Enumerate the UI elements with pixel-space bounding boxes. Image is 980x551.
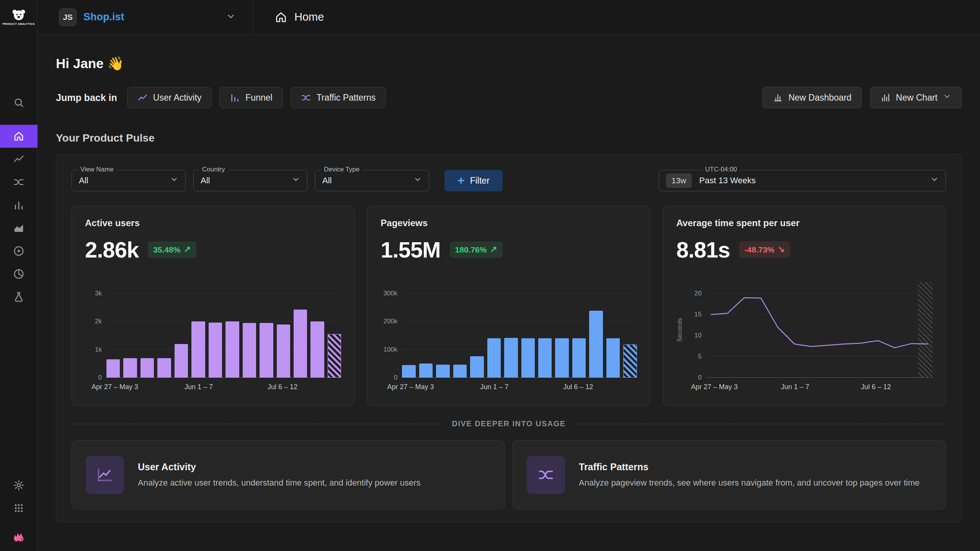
sidebar-item-paths[interactable] xyxy=(0,171,38,194)
bar xyxy=(538,338,552,378)
project-badge: JS xyxy=(59,8,77,26)
greeting: Hi Jane 👋 xyxy=(56,56,962,72)
bar xyxy=(453,365,467,378)
filter-row: View Name All Country All xyxy=(72,170,946,191)
delta-badge: 180.76%↗ xyxy=(450,241,503,258)
bar xyxy=(175,344,188,378)
metrics-row: Active users 2.86k 35.48%↗ 01k2k3k Apr 2… xyxy=(72,206,946,406)
sidebar-settings-button[interactable] xyxy=(0,474,38,497)
pill-label: Funnel xyxy=(245,93,272,103)
bar xyxy=(310,321,324,378)
pill-funnel[interactable]: Funnel xyxy=(219,87,283,108)
bar xyxy=(623,344,637,378)
bar xyxy=(487,338,501,378)
chart-plot-area xyxy=(706,282,933,378)
card-title: Traffic Patterns xyxy=(579,461,920,473)
sidebar-bottom-group xyxy=(0,474,38,551)
bar xyxy=(260,323,273,378)
sidebar: PRODUCT ANALYTICS xyxy=(0,0,38,551)
bar xyxy=(436,365,449,378)
area-chart-icon xyxy=(13,222,24,234)
sidebar-item-experiments[interactable] xyxy=(0,285,38,308)
card-traffic-patterns[interactable]: Traffic Patterns Analyze pageview trends… xyxy=(513,440,946,509)
new-dashboard-button[interactable]: New Dashboard xyxy=(763,87,862,108)
jump-back-pills: User Activity Funnel Traffic Patterns xyxy=(127,87,386,108)
avg-time-line-chart: Seconds 05101520 Apr 27 – May 3Jun 1 – 7… xyxy=(676,282,933,394)
dashed-line xyxy=(576,424,946,424)
bar xyxy=(419,364,433,378)
new-chart-label: New Chart xyxy=(896,93,938,103)
flow-paths-icon xyxy=(537,466,554,483)
chart-y-axis: 0100k200k300k xyxy=(381,282,402,378)
project-selector[interactable]: JS Shop.ist xyxy=(38,0,253,34)
metric-value: 1.55M xyxy=(381,237,440,262)
date-range-value: Past 13 Weeks xyxy=(699,176,756,186)
jump-back-row: Jump back in User Activity Funnel xyxy=(56,87,962,108)
chart-y-axis-title: Seconds xyxy=(676,318,685,342)
jump-back-label: Jump back in xyxy=(56,92,117,103)
dive-deeper-divider: DIVE DEEPER INTO USAGE xyxy=(72,419,946,428)
bar xyxy=(328,334,341,378)
product-analytics-logo[interactable]: PRODUCT ANALYTICS xyxy=(0,0,37,34)
sidebar-item-bar-charts[interactable] xyxy=(0,194,38,217)
sidebar-apps-button[interactable] xyxy=(0,497,38,520)
bar xyxy=(277,324,290,378)
trend-up-arrow-icon: ↗ xyxy=(490,245,497,255)
device-type-select[interactable]: Device Type All xyxy=(315,170,429,191)
new-chart-button[interactable]: New Chart xyxy=(870,87,962,108)
line-chart-icon xyxy=(137,93,148,103)
sidebar-search-button[interactable] xyxy=(0,91,38,114)
bar xyxy=(504,338,518,378)
chevron-down-icon xyxy=(943,92,951,103)
metric-card-pageviews[interactable]: Pageviews 1.55M 180.76%↗ 0100k200k300k A… xyxy=(367,206,650,406)
pill-user-activity[interactable]: User Activity xyxy=(127,87,212,108)
active-users-bar-chart: 01k2k3k Apr 27 – May 3Jun 1 – 7Jul 6 – 1… xyxy=(85,282,341,394)
trend-down-arrow-icon: ↘ xyxy=(777,245,785,255)
card-user-activity[interactable]: User Activity Analyze active user trends… xyxy=(72,440,505,509)
pie-chart-icon xyxy=(13,268,24,280)
pill-label: User Activity xyxy=(153,93,202,103)
country-label: Country xyxy=(199,166,228,173)
bar xyxy=(225,321,239,378)
gear-icon xyxy=(13,479,24,491)
sidebar-item-home[interactable] xyxy=(0,125,38,148)
main-content: Hi Jane 👋 Jump back in User Activity xyxy=(38,34,980,551)
play-icon xyxy=(13,245,24,257)
trend-up-arrow-icon: ↗ xyxy=(183,245,191,255)
user-avatar[interactable] xyxy=(11,528,27,544)
topbar: JS Shop.ist Home xyxy=(38,0,980,34)
bear-logo-icon xyxy=(10,9,27,22)
chart-y-axis: 01k2k3k xyxy=(85,282,106,378)
chart-x-axis: Apr 27 – May 3Jun 1 – 7Jul 6 – 12 xyxy=(706,378,933,394)
bar xyxy=(191,321,205,378)
chevron-down-icon xyxy=(226,11,236,23)
sidebar-item-trends[interactable] xyxy=(0,148,38,171)
card-title: User Activity xyxy=(138,461,421,473)
sidebar-item-area-charts[interactable] xyxy=(0,217,38,240)
view-name-label: View Name xyxy=(77,166,117,173)
bar-chart-icon xyxy=(13,199,24,211)
hedgehog-avatar-icon xyxy=(11,528,26,544)
date-range-select[interactable]: UTC-04:00 13w Past 13 Weeks xyxy=(659,170,946,191)
chart-bars xyxy=(106,282,341,378)
view-name-select[interactable]: View Name All xyxy=(72,170,186,191)
line-chart-icon xyxy=(13,153,24,165)
funnel-bars-icon xyxy=(230,93,240,103)
grid-apps-icon xyxy=(13,502,24,514)
add-filter-button[interactable]: + Filter xyxy=(444,170,503,191)
metric-card-active-users[interactable]: Active users 2.86k 35.48%↗ 01k2k3k Apr 2… xyxy=(72,206,354,406)
top-actions: New Dashboard New Chart xyxy=(763,87,962,108)
country-select[interactable]: Country All xyxy=(193,170,307,191)
bar xyxy=(572,338,586,378)
bar xyxy=(521,338,535,378)
home-icon xyxy=(13,130,24,142)
sidebar-item-recordings[interactable] xyxy=(0,240,38,262)
chart-icon xyxy=(880,93,890,103)
chart-plot-area xyxy=(402,282,637,378)
delta-badge: 35.48%↗ xyxy=(148,241,196,258)
pill-traffic-patterns[interactable]: Traffic Patterns xyxy=(291,87,386,108)
sidebar-item-pie-charts[interactable] xyxy=(0,262,38,285)
metric-card-avg-time[interactable]: Average time spent per user 8.81s -48.73… xyxy=(663,206,946,406)
bar xyxy=(123,358,137,378)
nav-home[interactable]: Home xyxy=(253,0,345,34)
